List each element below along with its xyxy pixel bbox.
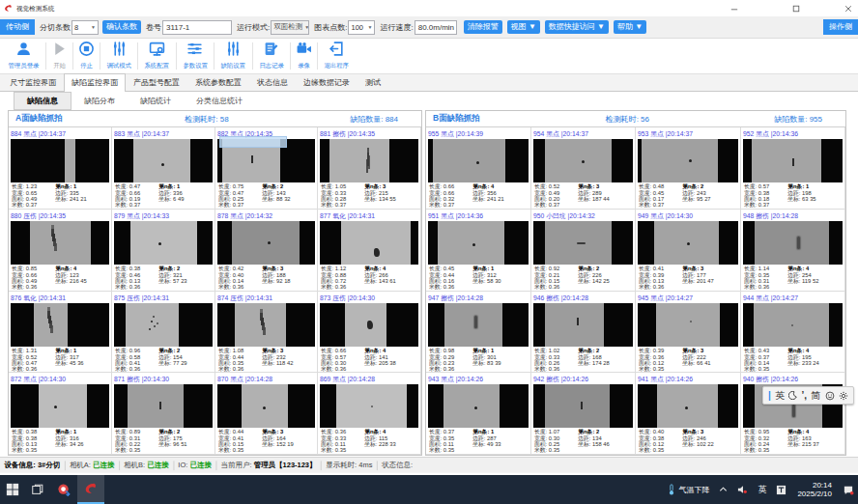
- moon-icon[interactable]: [788, 391, 797, 400]
- defect-cell-951[interactable]: 951 黑点 |20:14:36长度: 0.45宽度: 0.44面积: 0.16…: [426, 210, 531, 292]
- defect-cell-946[interactable]: 946 擦伤 |20:14:28长度: 1.02宽度: 0.33面积: 0.26…: [531, 292, 637, 374]
- defect-image[interactable]: [11, 221, 109, 265]
- taskbar-app-inspection[interactable]: [77, 475, 104, 504]
- defect-image[interactable]: [533, 139, 634, 182]
- view-menu-button[interactable]: 视图 ▼: [507, 20, 540, 34]
- defect-cell-871[interactable]: 871 擦伤 |20:14:30长度: 0.89宽度: 0.31面积: 0.22…: [112, 373, 215, 455]
- tab-5[interactable]: 边缘数据记录: [296, 73, 358, 91]
- emoji-icon[interactable]: [825, 391, 835, 401]
- tab-2[interactable]: 产品型号配置: [126, 73, 187, 91]
- subtab-2[interactable]: 缺陷统计: [128, 93, 184, 109]
- ribbon-button-play[interactable]: 开始: [48, 40, 71, 72]
- defect-image[interactable]: [11, 303, 109, 347]
- defect-image[interactable]: [114, 384, 213, 428]
- ribbon-button-tune[interactable]: 调试模式: [102, 40, 135, 72]
- ribbon-button-sliders-v[interactable]: 缺陷设置: [216, 40, 249, 72]
- defect-cell-947[interactable]: 947 擦伤 |20:14:28长度: 0.98宽度: 0.29面积: 0.23…: [426, 292, 531, 374]
- roll-number-input[interactable]: 3117-1: [162, 20, 232, 35]
- defect-image[interactable]: [428, 303, 529, 347]
- ribbon-button-journal[interactable]: 日志记录: [255, 40, 288, 72]
- task-view-button[interactable]: [25, 475, 50, 504]
- defect-cell-879[interactable]: 879 黑点 |20:14:33长度: 0.38宽度: 0.46面积: 0.13…: [112, 210, 215, 292]
- defect-image[interactable]: [533, 221, 634, 265]
- defect-image[interactable]: [638, 221, 738, 265]
- defect-cell-873[interactable]: 873 压伤 |20:14:30长度: 0.66宽度: 0.57面积: 0.30…: [318, 292, 421, 374]
- defect-image[interactable]: [320, 139, 418, 182]
- defect-cell-872[interactable]: 872 黑点 |20:14:30长度: 0.38宽度: 0.38面积: 0.13…: [9, 373, 112, 455]
- input-language-indicator[interactable]: 英: [758, 484, 766, 496]
- subtab-1[interactable]: 缺陷分布: [72, 93, 128, 109]
- defect-cell-952[interactable]: 952 黑点 |20:14:36长度: 0.57宽度: 0.38面积: 0.18…: [741, 127, 846, 210]
- defect-image[interactable]: [638, 384, 738, 428]
- ribbon-button-camera[interactable]: 录像: [293, 40, 315, 72]
- ime-lang-toggle[interactable]: 英: [775, 389, 785, 403]
- clock-tray-item[interactable]: 20:142025/2/10: [797, 481, 832, 498]
- defect-image[interactable]: [320, 221, 418, 265]
- defect-cell-943[interactable]: 943 黑点 |20:14:26长度: 0.37宽度: 0.35面积: 0.11…: [426, 373, 531, 455]
- defect-image[interactable]: [743, 303, 844, 347]
- defect-cell-880[interactable]: 880 压伤 |20:14:35长度: 0.85宽度: 0.66面积: 0.49…: [9, 210, 112, 292]
- defect-cell-955[interactable]: 955 黑点 |20:14:39长度: 0.66宽度: 0.66面积: 0.32…: [426, 127, 531, 210]
- tab-1[interactable]: 缺陷监控界面: [64, 73, 126, 92]
- defect-image[interactable]: [217, 384, 316, 428]
- defect-image[interactable]: [11, 139, 109, 182]
- ime-toolbar[interactable]: | 英 ’, 简: [762, 386, 854, 405]
- defect-cell-874[interactable]: 874 压伤 |20:14:31长度: 1.08宽度: 0.44面积: 0.35…: [215, 292, 319, 374]
- ime-mode-icon[interactable]: [776, 485, 786, 495]
- defect-image[interactable]: [428, 139, 529, 182]
- defect-image[interactable]: [320, 384, 418, 428]
- ribbon-button-user[interactable]: 管理员登录: [4, 40, 43, 72]
- defect-image[interactable]: [533, 303, 634, 347]
- subtab-0[interactable]: 缺陷信息: [14, 92, 72, 110]
- ribbon-button-stop[interactable]: 停止: [75, 40, 98, 72]
- slit-count-select[interactable]: 8▼: [72, 20, 99, 35]
- defect-image[interactable]: [114, 139, 213, 182]
- data-quick-access-button[interactable]: 数据快捷访问 ▼: [545, 20, 609, 34]
- defect-image[interactable]: [533, 384, 634, 428]
- confirm-count-button[interactable]: 确认条数: [102, 20, 141, 34]
- maximize-button[interactable]: [790, 3, 802, 14]
- defect-cell-950[interactable]: 950 小凹坑 |20:14:32长度: 0.92宽度: 0.21面积: 0.1…: [531, 210, 637, 292]
- tab-6[interactable]: 测试: [358, 73, 388, 91]
- notification-center-icon[interactable]: [843, 485, 854, 495]
- defect-cell-944[interactable]: 944 黑点 |20:14:27长度: 0.43宽度: 0.37面积: 0.14…: [741, 292, 846, 374]
- defect-cell-948[interactable]: 948 擦伤 |20:14:28长度: 1.14宽度: 0.35面积: 0.31…: [741, 210, 846, 292]
- defect-cell-954[interactable]: 954 黑点 |20:14:37长度: 0.52宽度: 0.49面积: 0.20…: [531, 127, 637, 210]
- defect-cell-942[interactable]: 942 擦伤 |20:14:26长度: 1.07宽度: 0.30面积: 0.25…: [531, 373, 637, 455]
- defect-cell-875[interactable]: 875 压伤 |20:14:31长度: 0.96宽度: 0.58面积: 0.41…: [112, 292, 215, 374]
- defect-cell-953[interactable]: 953 黑点 |20:14:37长度: 0.48宽度: 0.45面积: 0.17…: [636, 127, 741, 210]
- tab-4[interactable]: 状态信息: [249, 73, 296, 91]
- volume-icon[interactable]: [737, 485, 748, 494]
- defect-image[interactable]: [217, 221, 316, 265]
- defect-image[interactable]: [11, 384, 109, 428]
- clear-alarm-button[interactable]: 清除报警: [464, 20, 502, 34]
- run-mode-select[interactable]: 双面检测▼: [271, 20, 309, 35]
- defect-cell-883[interactable]: 883 黑点 |20:14:37长度: 0.47宽度: 0.66面积: 0.19…: [112, 127, 215, 210]
- ribbon-button-sliders-h[interactable]: 参数设置: [179, 40, 212, 72]
- defect-cell-869[interactable]: 869 黑点 |20:14:28长度: 0.36宽度: 0.33面积: 0.11…: [318, 373, 421, 455]
- defect-image[interactable]: [743, 139, 844, 182]
- defect-cell-870[interactable]: 870 黑点 |20:14:28长度: 0.44宽度: 0.41面积: 0.15…: [215, 373, 319, 455]
- defect-image[interactable]: [428, 384, 529, 428]
- operator-side-button[interactable]: 操作侧: [823, 19, 858, 35]
- defect-image[interactable]: [217, 303, 316, 347]
- ime-punct-toggle[interactable]: ’,: [802, 390, 808, 401]
- ribbon-button-monitor[interactable]: 系统配置: [140, 40, 173, 72]
- close-button[interactable]: [843, 3, 854, 14]
- help-menu-button[interactable]: 帮助 ▼: [614, 20, 646, 34]
- tray-expand-chevron[interactable]: [719, 486, 728, 493]
- defect-cell-945[interactable]: 945 黑点 |20:14:27长度: 0.39宽度: 0.36面积: 0.12…: [636, 292, 741, 374]
- tab-0[interactable]: 尺寸监控界面: [2, 73, 64, 91]
- defect-image[interactable]: [114, 221, 213, 265]
- defect-image[interactable]: [428, 221, 529, 265]
- defect-cell-876[interactable]: 876 氧化 |20:14:31长度: 1.31宽度: 0.52面积: 0.47…: [9, 292, 112, 374]
- weather-tray-item[interactable]: 气温下降: [668, 484, 709, 495]
- subtab-3[interactable]: 分类信息统计: [184, 93, 255, 109]
- ime-simplified-toggle[interactable]: 简: [811, 389, 820, 403]
- taskbar-app-paint[interactable]: [50, 475, 77, 504]
- ribbon-button-exit[interactable]: 退出程序: [320, 40, 353, 72]
- defect-image[interactable]: [743, 221, 844, 265]
- defect-cell-884[interactable]: 884 黑点 |20:14:37长度: 1.23宽度: 0.65面积: 0.49…: [9, 127, 112, 210]
- tab-3[interactable]: 系统参数配置: [187, 73, 249, 91]
- minimize-button[interactable]: [729, 3, 740, 14]
